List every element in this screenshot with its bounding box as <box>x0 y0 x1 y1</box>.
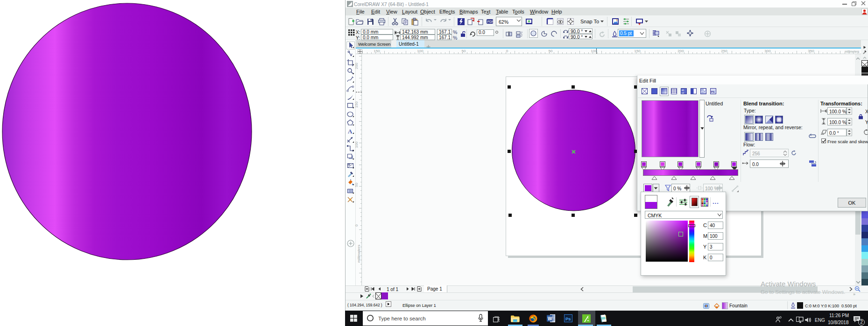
svg-text:Ps: Ps <box>565 316 571 321</box>
svg-text:A: A <box>348 128 353 135</box>
svg-text:cd: cd <box>682 91 685 94</box>
svg-text:PS: PS <box>711 90 715 93</box>
svg-text:W: W <box>548 316 552 321</box>
svg-text:PDF: PDF <box>487 20 494 23</box>
